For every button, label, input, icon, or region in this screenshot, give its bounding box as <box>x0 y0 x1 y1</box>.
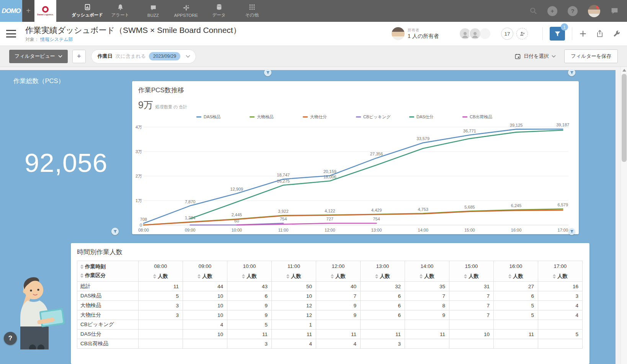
svg-text:6,245: 6,245 <box>511 203 522 208</box>
column-header-count[interactable]: 人数 <box>183 271 227 282</box>
add-filter-button[interactable]: + <box>72 50 86 63</box>
sort-arrows-icon <box>375 274 378 279</box>
column-header-count[interactable]: 人数 <box>227 271 272 282</box>
add-card-icon[interactable] <box>579 30 587 38</box>
chart-card[interactable]: 作業PCS数推移 9万 処理数量 の 合計 DAS検品大物検品大物仕分CBピッキ… <box>132 81 579 234</box>
domo-logo[interactable]: DOMO <box>0 0 22 22</box>
viewer-count-badge[interactable]: 17 <box>501 28 513 40</box>
subject-link[interactable]: 情報システム部 <box>40 37 73 42</box>
column-header-hour[interactable]: 13:00 <box>361 261 405 271</box>
column-header-hour[interactable]: 16:00 <box>494 261 538 271</box>
table-card[interactable]: 時間別作業人数 作業時刻作業区分08:0009:0010:0011:0012:0… <box>71 243 589 364</box>
table-cell: 35 <box>405 282 449 291</box>
legend-item-0[interactable]: DAS検品 <box>196 114 250 120</box>
column-header-hour[interactable]: 12:00 <box>316 261 361 271</box>
legend-item-2[interactable]: 大物仕分 <box>303 114 356 120</box>
table-row[interactable]: 総計11444350403235312716 <box>77 282 583 291</box>
table-cell: 3 <box>139 310 183 320</box>
save-filter-button[interactable]: フィルターを保存 <box>564 49 618 63</box>
column-header-count[interactable]: 人数 <box>405 271 449 282</box>
topnav-item-0[interactable]: ダッシュボード <box>71 0 104 22</box>
owner-avatar <box>392 27 405 40</box>
topnav-item-5[interactable]: その他 <box>235 0 268 22</box>
user-avatar[interactable] <box>588 5 600 17</box>
legend-item-3[interactable]: CBピッキング <box>356 114 409 120</box>
column-header-hour[interactable]: 14:00 <box>405 261 449 271</box>
new-tab-button[interactable]: + <box>22 0 34 22</box>
filter-funnel-button[interactable]: 1 <box>550 27 565 41</box>
table-row[interactable]: CB出荷検品3443 <box>77 339 583 349</box>
table-row[interactable]: DAS仕分10111111111110115 <box>77 330 583 339</box>
hamburger-menu-icon[interactable] <box>6 30 16 38</box>
topnav-item-3[interactable]: APPSTORE <box>170 0 202 22</box>
filter-condition-pill[interactable]: 作業日 次に含まれる 2023/09/29 <box>91 49 196 64</box>
table-cell: 10 <box>272 291 316 301</box>
share-icon[interactable] <box>596 30 604 38</box>
sort-arrows-icon <box>420 274 423 279</box>
column-header-hour[interactable]: 11:00 <box>272 261 316 271</box>
help-button[interactable]: ? <box>4 332 17 345</box>
column-header-count[interactable]: 人数 <box>494 271 538 282</box>
condition-value-chip[interactable]: 2023/09/29 <box>149 52 180 60</box>
row-label: 大物仕分 <box>77 310 139 320</box>
messages-icon[interactable] <box>611 7 619 15</box>
column-header-count[interactable]: 人数 <box>538 271 583 282</box>
add-circle-icon[interactable]: + <box>547 6 557 16</box>
svg-text:4,753: 4,753 <box>418 207 428 212</box>
column-header-count[interactable]: 人数 <box>449 271 494 282</box>
card-filter-badge[interactable] <box>264 69 271 76</box>
search-icon[interactable] <box>530 7 537 15</box>
column-header-count[interactable]: 人数 <box>316 271 361 282</box>
svg-text:11:00: 11:00 <box>278 228 289 232</box>
scroll-up-arrow[interactable] <box>621 67 627 73</box>
chevron-down-icon <box>58 55 62 58</box>
column-header-hour[interactable]: 09:00 <box>183 261 227 271</box>
column-header-count[interactable]: 人数 <box>272 271 316 282</box>
table-row[interactable]: 大物検品310912968754 <box>77 301 583 310</box>
card-filter-badge[interactable] <box>568 69 575 76</box>
legend-marker <box>409 116 414 118</box>
legend-item-4[interactable]: DAS仕分 <box>409 114 462 120</box>
date-select-button[interactable]: 日付を選択 <box>515 53 556 60</box>
topnav-item-2[interactable]: BUZZ <box>137 0 170 22</box>
wrench-icon[interactable] <box>613 30 620 38</box>
filter-count-badge: 1 <box>561 23 568 31</box>
more-icon <box>249 4 255 11</box>
help-circle-icon[interactable]: ? <box>568 6 578 16</box>
scrollbar-thumb[interactable] <box>622 74 627 162</box>
org-logo-tile[interactable]: Daiwa Logistics. <box>34 0 56 22</box>
filter-view-button[interactable]: フィルタービュー <box>9 50 68 63</box>
owner-info[interactable]: 所有者 1 人の所有者 <box>392 27 439 40</box>
topnav-item-4[interactable]: データ <box>202 0 235 22</box>
table-row[interactable]: DAS検品510610767763 <box>77 291 583 301</box>
column-header-hour[interactable]: 15:00 <box>449 261 494 271</box>
table-cell: 4 <box>183 320 227 330</box>
table-cell: 50 <box>272 282 316 291</box>
table-cell: 3 <box>139 301 183 310</box>
kpi-value: 92,056 <box>0 148 132 178</box>
table-cell: 9 <box>316 301 361 310</box>
page-subtitle: 対象： 情報システム部 <box>25 36 241 43</box>
legend-label: DAS仕分 <box>416 114 434 120</box>
column-header-hour[interactable]: 10:00 <box>227 261 272 271</box>
table-cell: 8 <box>405 301 449 310</box>
owner-name: 1 人の所有者 <box>408 33 439 40</box>
column-header-count[interactable]: 人数 <box>361 271 405 282</box>
card-filter-badge[interactable] <box>111 228 119 235</box>
legend-marker <box>250 116 255 118</box>
table-row[interactable]: CBピッキング451 <box>77 320 583 330</box>
legend-item-5[interactable]: CB出荷検品 <box>462 114 516 120</box>
svg-text:13:00: 13:00 <box>371 228 382 232</box>
collaborator-avatar[interactable] <box>479 28 491 40</box>
column-header-count[interactable]: 人数 <box>139 271 183 282</box>
legend-label: CBピッキング <box>363 114 391 120</box>
topnav-item-1[interactable]: アラート <box>104 0 137 22</box>
mascot-illustration <box>17 273 73 349</box>
card-filter-badge[interactable] <box>568 228 575 235</box>
table-row[interactable]: 大物仕分310912969754 <box>77 310 583 320</box>
column-header-hour[interactable]: 08:00 <box>139 261 183 271</box>
column-header-category[interactable]: 作業時刻作業区分 <box>77 261 139 282</box>
legend-item-1[interactable]: 大物検品 <box>250 114 303 120</box>
invite-person-icon[interactable] <box>516 28 528 39</box>
column-header-hour[interactable]: 17:00 <box>538 261 583 271</box>
